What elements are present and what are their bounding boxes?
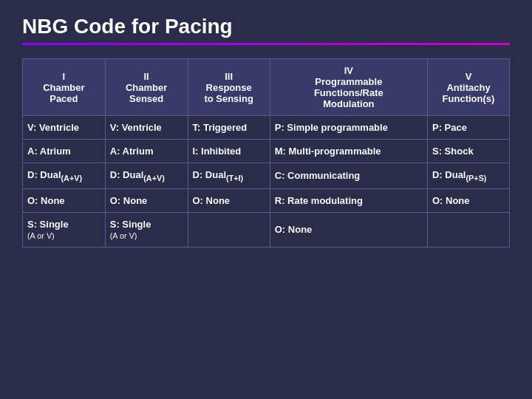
col-header-4: IV ProgrammableFunctions/RateModulation xyxy=(270,59,427,116)
cell-3-5: D: Dual(P+S) xyxy=(427,163,509,189)
roman-1: I xyxy=(27,71,100,82)
cell-5-1: S: Single (A or V) xyxy=(23,212,106,247)
cell-3-5-sub: (P+S) xyxy=(466,174,486,183)
cell-2-5: S: Shock xyxy=(427,140,509,163)
cell-2-3: I: Inhibited xyxy=(188,140,270,163)
table-row: A: Atrium A: Atrium I: Inhibited M: Mult… xyxy=(23,140,510,163)
col-label-5: AntitachyFunction(s) xyxy=(443,82,495,104)
cell-3-1-sub: (A+V) xyxy=(61,174,83,183)
table-row: S: Single (A or V) S: Single (A or V) O:… xyxy=(23,212,510,247)
cell-3-1: D: Dual(A+V) xyxy=(23,163,106,189)
cell-5-2: S: Single (A or V) xyxy=(105,212,188,247)
cell-2-1: A: Atrium xyxy=(23,140,106,163)
cell-3-2-sub: (A+V) xyxy=(143,174,165,183)
page: NBG Code for Pacing I ChamberPaced II Ch… xyxy=(0,0,532,399)
cell-3-3: D: Dual(T+I) xyxy=(188,163,270,189)
cell-1-3: T: Triggered xyxy=(188,116,270,140)
header-row: I ChamberPaced II ChamberSensed III Resp… xyxy=(23,59,510,116)
cell-3-3-main: D: Dual xyxy=(193,169,227,180)
col-label-3: Responseto Sensing xyxy=(204,82,253,104)
cell-3-5-main: D: Dual xyxy=(432,169,466,180)
col-header-5: V AntitachyFunction(s) xyxy=(427,59,509,116)
table-row: O: None O: None O: None R: Rate modulati… xyxy=(23,188,510,212)
roman-4: IV xyxy=(275,65,423,76)
col-header-3: III Responseto Sensing xyxy=(188,59,270,116)
col-header-2: II ChamberSensed xyxy=(105,59,188,116)
cell-5-4: O: None xyxy=(270,212,427,247)
cell-4-4: R: Rate modulating xyxy=(270,188,427,212)
title-underline xyxy=(22,43,510,45)
roman-3: III xyxy=(193,71,265,82)
table-row: V: Ventricle V: Ventricle T: Triggered P… xyxy=(23,116,510,140)
cell-1-5: P: Pace xyxy=(427,116,509,140)
cell-3-2: D: Dual(A+V) xyxy=(105,163,188,189)
cell-5-2-sub: (A or V) xyxy=(110,231,137,240)
cell-3-2-main: D: Dual xyxy=(110,169,144,180)
col-label-4: ProgrammableFunctions/RateModulation xyxy=(314,76,383,109)
roman-5: V xyxy=(432,71,505,82)
cell-2-4: M: Multi-programmable xyxy=(270,140,427,163)
cell-3-1-main: D: Dual xyxy=(27,169,61,180)
page-title: NBG Code for Pacing xyxy=(22,15,510,38)
col-header-1: I ChamberPaced xyxy=(23,59,106,116)
col-label-2: ChamberSensed xyxy=(126,82,167,104)
cell-3-3-sub: (T+I) xyxy=(226,174,243,183)
col-label-1: ChamberPaced xyxy=(43,82,84,104)
cell-4-3: O: None xyxy=(188,188,270,212)
cell-2-2: A: Atrium xyxy=(105,140,188,163)
cell-5-2-main: S: Single xyxy=(110,219,151,230)
cell-4-2: O: None xyxy=(105,188,188,212)
cell-1-4: P: Simple programmable xyxy=(270,116,427,140)
cell-5-1-sub: (A or V) xyxy=(27,231,55,240)
cell-1-2: V: Ventricle xyxy=(105,116,188,140)
cell-5-1-main: S: Single xyxy=(27,219,69,230)
cell-3-4: C: Communicating xyxy=(270,163,427,189)
cell-4-1: O: None xyxy=(23,188,106,212)
cell-4-5: O: None xyxy=(427,188,509,212)
table-row: D: Dual(A+V) D: Dual(A+V) D: Dual(T+I) C… xyxy=(23,163,510,189)
cell-5-5 xyxy=(427,212,509,247)
roman-2: II xyxy=(110,71,183,82)
cell-5-3 xyxy=(188,212,270,247)
cell-1-1: V: Ventricle xyxy=(23,116,106,140)
nbg-table: I ChamberPaced II ChamberSensed III Resp… xyxy=(22,58,510,248)
